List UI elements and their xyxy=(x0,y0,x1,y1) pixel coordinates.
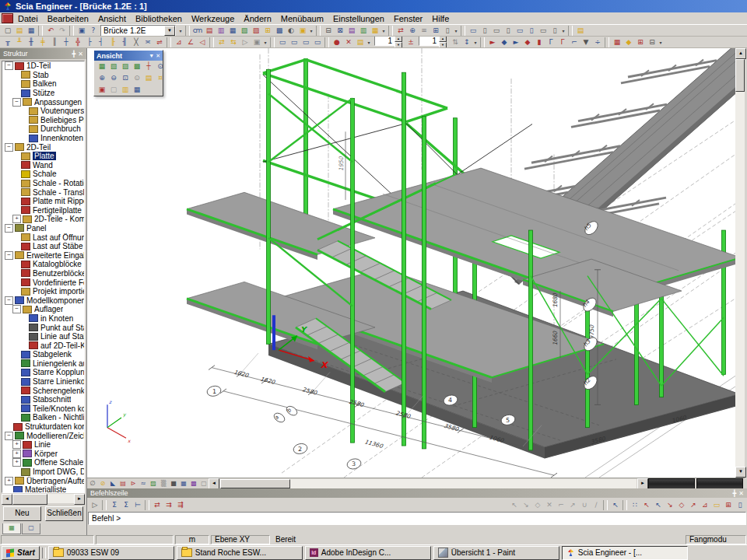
load-line-button[interactable]: ▮ xyxy=(533,37,545,47)
scroll-up-icon[interactable]: ▲ xyxy=(735,48,746,59)
tree-item[interactable]: Platte mit Rippen xyxy=(2,197,84,206)
expand-toggle-icon[interactable]: + xyxy=(12,450,21,458)
close-icon[interactable]: ✕ xyxy=(78,51,83,58)
view-side-button[interactable]: ▨ xyxy=(119,61,131,72)
tree-item[interactable]: +2D-Teile - Kompone xyxy=(2,215,84,224)
move-button[interactable]: ⇄ xyxy=(216,37,227,47)
swap-dir-button[interactable]: ⇄ xyxy=(151,500,163,510)
start-button[interactable]: Start xyxy=(2,546,40,560)
scroll-down-icon[interactable]: ▼ xyxy=(735,467,746,478)
activity-spinner-2[interactable]: 1 ▲▼ xyxy=(419,37,447,48)
befehlszeile-header[interactable]: Befehlszeile ╋ ✕ xyxy=(87,488,747,498)
tree-horizontal-scrollbar[interactable]: ◄ ► xyxy=(2,494,85,503)
help-button[interactable]: ? xyxy=(87,26,99,36)
tree-item[interactable]: Starre Linienkopplu xyxy=(2,377,84,387)
snap-raster-button[interactable]: ⊞ xyxy=(722,500,734,510)
combobox-dropdown-icon[interactable]: ▼ xyxy=(164,26,175,36)
grid-button[interactable]: ≡ xyxy=(418,26,430,36)
hidden-line-button[interactable]: ⊘ xyxy=(97,479,107,488)
spin-down-icon[interactable]: ▼ xyxy=(395,42,402,48)
select-cursor-button[interactable]: ▷ xyxy=(89,500,100,510)
layer-select-button[interactable]: ↕ xyxy=(461,37,472,47)
layer-up-button[interactable]: ⇅ xyxy=(449,37,461,47)
tree-item[interactable]: Starre Kopplungen xyxy=(2,368,84,377)
view-top-button[interactable]: ▩ xyxy=(131,61,142,72)
expand-toggle-icon[interactable]: − xyxy=(5,296,13,305)
gallery-button[interactable]: ▣ xyxy=(296,26,308,36)
scroll-right-icon[interactable]: ► xyxy=(637,478,648,489)
command-input[interactable]: Befehl > xyxy=(88,512,746,525)
load-temp-button[interactable]: ⌐ xyxy=(568,37,580,47)
save-project-button[interactable]: ▦ xyxy=(25,26,37,36)
viewport-vertical-scrollbar[interactable]: ▲ ▼ xyxy=(735,48,745,478)
snap-node-button[interactable]: ↖ xyxy=(652,500,664,510)
expand-toggle-icon[interactable]: + xyxy=(12,215,21,223)
grid-view-button[interactable]: ▦ xyxy=(178,479,188,488)
new-window-button[interactable]: ▭ xyxy=(537,26,549,36)
frame-node-button[interactable]: ╬ xyxy=(72,37,83,47)
snap-ortho-button[interactable]: ▯ xyxy=(734,500,745,510)
light-button[interactable]: ¤ xyxy=(154,73,166,83)
expand-toggle-icon[interactable]: + xyxy=(12,458,21,467)
rib-button[interactable]: ╢ xyxy=(118,37,130,47)
tree-item[interactable]: Teile/Knoten koppe xyxy=(2,404,84,414)
redo-button[interactable]: ↷ xyxy=(56,26,68,36)
load-down-button[interactable]: ▼ xyxy=(580,37,591,47)
close-window-button[interactable]: ▯ xyxy=(549,26,560,36)
snap-inter-off-button[interactable]: ✕ xyxy=(543,500,555,510)
wireframe-button[interactable]: ∅ xyxy=(87,479,97,488)
expand-toggle-icon[interactable]: − xyxy=(5,251,13,260)
expand-toggle-icon[interactable]: − xyxy=(5,432,13,440)
group-button[interactable]: ◆ xyxy=(622,37,634,47)
tree-item[interactable]: Projekt importieren ( xyxy=(2,287,84,296)
level-button[interactable]: ≍ xyxy=(142,37,153,47)
toolbar-overflow-icon[interactable]: ▾ xyxy=(658,40,664,45)
tree-item[interactable]: Liniengelenk auf 2D xyxy=(2,359,84,369)
crossbeam-button[interactable]: ╪ xyxy=(37,37,48,47)
scroll-right-icon[interactable]: ► xyxy=(74,494,85,505)
zoom-out-button[interactable]: ⊖ xyxy=(107,73,119,83)
expand-toggle-icon[interactable]: − xyxy=(5,224,13,233)
window-button[interactable]: ▣ xyxy=(75,26,87,36)
zoom-doc-button[interactable]: ⊕ xyxy=(406,26,418,36)
menu-ansicht[interactable]: Ansicht xyxy=(93,13,131,24)
expand-toggle-icon[interactable]: + xyxy=(5,477,13,485)
snap-center-button[interactable]: ◇ xyxy=(675,500,687,510)
activity-button[interactable]: ± xyxy=(405,37,416,47)
layers-button[interactable]: ▦ xyxy=(226,26,238,36)
snap-line-off-button[interactable]: ∕ xyxy=(590,500,601,510)
printer-button[interactable]: ⊟ xyxy=(322,26,334,36)
view-window-2-button[interactable]: ▭ xyxy=(288,37,300,47)
load-moment2-button[interactable]: Γ xyxy=(556,37,568,47)
menu-bibliotheken[interactable]: Bibliotheken xyxy=(131,13,187,24)
texture-button[interactable]: ▨ xyxy=(148,479,158,488)
snap-arc-off-button[interactable]: ∪ xyxy=(578,500,590,510)
toolbar-overflow-icon[interactable]: ▾ xyxy=(560,28,566,33)
neu-button[interactable]: Neu xyxy=(3,506,41,521)
select-point-button[interactable]: ● xyxy=(331,37,342,47)
link-button[interactable]: ⇄ xyxy=(395,26,406,36)
view-window-1-button[interactable]: ▭ xyxy=(276,37,288,47)
snap-end-button[interactable]: ↖ xyxy=(640,500,652,510)
menu-bearbeiten[interactable]: Bearbeiten xyxy=(43,13,93,24)
tree-item[interactable]: Linie auf Stab xyxy=(2,332,84,341)
right-joint-button[interactable]: ┤ xyxy=(95,37,107,47)
expand-toggle-icon[interactable]: − xyxy=(5,143,13,152)
calc-button[interactable]: ▥ xyxy=(357,26,369,36)
tree-item[interactable]: +Linie xyxy=(2,440,84,450)
ansicht-toolbar-header[interactable]: Ansicht ▼ ✕ xyxy=(94,51,163,61)
expand-toggle-icon[interactable]: − xyxy=(5,61,13,70)
status-plane[interactable]: Ebene XY xyxy=(211,535,270,544)
toolbar-overflow-icon[interactable]: ▾ xyxy=(472,40,479,45)
snap-perp-off-button[interactable]: ⌐ xyxy=(555,500,566,510)
empty-view-button[interactable]: ▢ xyxy=(198,479,209,488)
single-view-button[interactable]: ▯ xyxy=(525,26,537,36)
load-node-button[interactable]: ◆ xyxy=(498,37,510,47)
shell-tool-button[interactable]: ◁ xyxy=(196,37,208,47)
close-icon[interactable]: ✕ xyxy=(156,53,160,59)
expand-toggle-icon[interactable]: − xyxy=(12,305,21,313)
menu-menbaum[interactable]: Menübaum xyxy=(276,13,328,24)
mdi-document-icon[interactable] xyxy=(2,13,13,23)
shaded-button[interactable]: ◣ xyxy=(107,479,117,488)
open-project-button[interactable]: ▤ xyxy=(13,26,25,36)
